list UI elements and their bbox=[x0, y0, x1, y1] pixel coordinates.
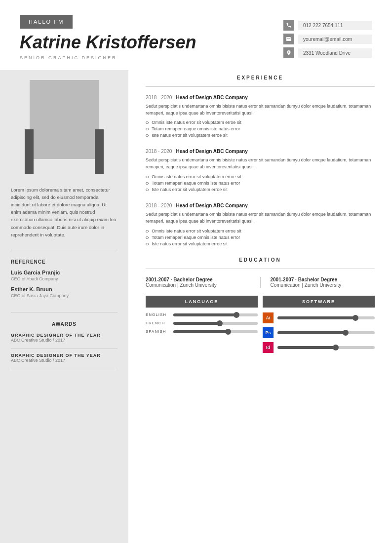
exp1-b1-text: Omnis iste natus error sit voluptatem er… bbox=[152, 120, 241, 125]
profile-photo bbox=[30, 80, 99, 159]
job-title: SENIOR GRAPHIC DESIGNER bbox=[20, 55, 283, 60]
soft-skill-2: Ps bbox=[263, 327, 375, 338]
exp-entry-3: 2018 - 2020 | Head of Design ABC Company… bbox=[146, 203, 375, 246]
bullet-icon: O bbox=[146, 127, 149, 131]
award1-name: GRAPHIC DESIGNER OF THE YEAR bbox=[11, 333, 118, 338]
awards-title: AWARDS bbox=[11, 321, 118, 327]
exp2-b2-text: Totam remaperi eaque omnis iste natus er… bbox=[152, 181, 240, 186]
lang3-bar bbox=[173, 330, 258, 333]
contact-info: 012 222 7654 111 youremail@email.com 233… bbox=[283, 20, 372, 58]
address-value: 2331 Woodland Drive bbox=[298, 48, 372, 58]
lang1-dot bbox=[234, 312, 239, 318]
exp1-year: 2018 - 2020 bbox=[146, 95, 172, 100]
lang-skill-2: FRENCH bbox=[146, 321, 258, 325]
soft3-dot bbox=[333, 345, 339, 350]
exp3-b3-text: Iste natus error sit voluptatem erroe si… bbox=[152, 241, 228, 246]
header-left: HALLO I'M Katrine Kristoffersen SENIOR G… bbox=[20, 15, 283, 60]
bio-text: Lorem ipsum dolorema sitam amet, consect… bbox=[0, 179, 128, 246]
bullet-icon: O bbox=[146, 175, 149, 179]
photo-accent-left bbox=[25, 129, 34, 174]
exp1-bullet-1: O Omnis iste natus error sit voluptatem … bbox=[146, 120, 375, 125]
award1-sub: ABC Creative Studio / 2017 bbox=[11, 338, 118, 343]
exp2-title: Head of Design ABC Company bbox=[176, 149, 248, 154]
soft1-fill bbox=[277, 316, 355, 319]
education-section: EDUCATION 2001-2007 · Bachelor Degree Co… bbox=[146, 257, 375, 288]
ai-icon: Ai bbox=[263, 312, 274, 323]
exp2-header: 2018 - 2020 | Head of Design ABC Company bbox=[146, 149, 375, 154]
exp3-header: 2018 - 2020 | Head of Design ABC Company bbox=[146, 203, 375, 208]
soft2-dot bbox=[343, 330, 349, 336]
phone-icon bbox=[283, 20, 294, 31]
exp3-b2-text: Totam remaperi eaque omnis iste natus er… bbox=[152, 235, 240, 240]
full-name: Katrine Kristoffersen bbox=[20, 33, 283, 52]
photo-accent-right bbox=[95, 129, 104, 174]
edu-row: 2001-2007 · Bachelor Degree Comunication… bbox=[146, 277, 375, 288]
soft1-bar bbox=[277, 316, 375, 319]
bullet-icon: O bbox=[146, 235, 149, 240]
exp3-desc: Sedut perspiciatis undemartana omnis bis… bbox=[146, 211, 375, 225]
exp1-desc: Sedut perspiciatis undemartana omnis bis… bbox=[146, 103, 375, 117]
bullet-icon: O bbox=[146, 242, 149, 246]
experience-header: EXPERIENCE bbox=[146, 75, 375, 83]
lang1-label: ENGLISH bbox=[146, 312, 169, 317]
exp3-year: 2018 - 2020 bbox=[146, 203, 172, 208]
lang2-bar bbox=[173, 322, 258, 325]
exp1-b3-text: Iste natus error sit voluptatem erroe si… bbox=[152, 133, 228, 138]
email-item: youremail@email.com bbox=[283, 34, 372, 44]
software-header: SOFTWARE bbox=[263, 296, 375, 308]
reference-section: REFERENCE Luis Garcia Pranjic CEO of Aba… bbox=[0, 254, 128, 308]
exp1-bullet-3: O Iste natus error sit voluptatem erroe … bbox=[146, 133, 375, 138]
bullet-icon: O bbox=[146, 120, 149, 125]
lang3-label: SPANISH bbox=[146, 329, 169, 334]
ref1-role: CEO of Abadi Company bbox=[11, 276, 118, 281]
address-item: 2331 Woodland Drive bbox=[283, 47, 372, 58]
ref1-name: Luis Garcia Pranjic bbox=[11, 270, 118, 275]
language-box: LANGUAGE ENGLISH FRENCH bbox=[146, 296, 258, 357]
soft3-fill bbox=[277, 346, 336, 349]
exp2-bullet-2: O Totam remaperi eaque omnis iste natus … bbox=[146, 181, 375, 186]
greeting-text: HALLO I'M bbox=[29, 19, 64, 25]
award-divider bbox=[11, 349, 118, 349]
exp3-title: Head of Design ABC Company bbox=[176, 203, 248, 208]
email-icon bbox=[283, 34, 294, 44]
lang3-dot bbox=[225, 329, 231, 335]
id-icon: Id bbox=[263, 342, 274, 353]
exp2-b3-text: Iste natus error sit voluptatem erroe si… bbox=[152, 187, 228, 192]
exp-divider bbox=[146, 86, 375, 87]
sidebar: Lorem ipsum dolorema sitam amet, consect… bbox=[0, 70, 128, 543]
exp-entry-1: 2018 - 2020 | Head of Design ABC Company… bbox=[146, 95, 375, 138]
location-icon bbox=[283, 47, 294, 58]
divider-1 bbox=[11, 250, 118, 250]
soft1-dot bbox=[353, 315, 358, 321]
exp1-bullet-2: O Totam remaperi eaque omnis iste natus … bbox=[146, 126, 375, 131]
lang-skill-3: SPANISH bbox=[146, 329, 258, 334]
exp2-year: 2018 - 2020 bbox=[146, 149, 172, 154]
exp2-desc: Sedut perspiciatis undemartana omnis bis… bbox=[146, 157, 375, 171]
exp1-title: Head of Design ABC Company bbox=[176, 95, 248, 100]
lang-soft-section: LANGUAGE ENGLISH FRENCH bbox=[146, 296, 375, 357]
exp3-bullet-2: O Totam remaperi eaque omnis iste natus … bbox=[146, 235, 375, 240]
exp2-b1-text: Omnis iste natus error sit voluptatem er… bbox=[152, 174, 241, 179]
bullet-icon: O bbox=[146, 188, 149, 192]
lang1-fill bbox=[173, 313, 236, 316]
edu1-field: Comunication | Zurich University bbox=[146, 282, 250, 288]
exp1-header: 2018 - 2020 | Head of Design ABC Company bbox=[146, 95, 375, 100]
edu-divider bbox=[146, 269, 375, 269]
lang2-dot bbox=[217, 320, 223, 326]
ps-icon: Ps bbox=[263, 327, 274, 338]
lang1-bar bbox=[173, 313, 258, 316]
lang-skill-1: ENGLISH bbox=[146, 312, 258, 317]
awards-section: AWARDS GRAPHIC DESIGNER OF THE YEAR ABC … bbox=[0, 316, 128, 378]
photo-area bbox=[0, 70, 128, 179]
divider-2 bbox=[11, 312, 118, 312]
bullet-icon: O bbox=[146, 181, 149, 186]
edu2-field: Comunication | Zurich University bbox=[271, 282, 375, 288]
education-header: EDUCATION bbox=[146, 257, 375, 266]
lang2-label: FRENCH bbox=[146, 321, 169, 325]
exp3-b1-text: Omnis iste natus error sit voluptatem er… bbox=[152, 229, 241, 233]
lang2-fill bbox=[173, 322, 220, 325]
award2-sub: ABC Creative Studio / 2017 bbox=[11, 358, 118, 363]
phone-item: 012 222 7654 111 bbox=[283, 20, 372, 31]
award-1: GRAPHIC DESIGNER OF THE YEAR ABC Creativ… bbox=[11, 333, 118, 343]
award2-name: GRAPHIC DESIGNER OF THE YEAR bbox=[11, 353, 118, 358]
